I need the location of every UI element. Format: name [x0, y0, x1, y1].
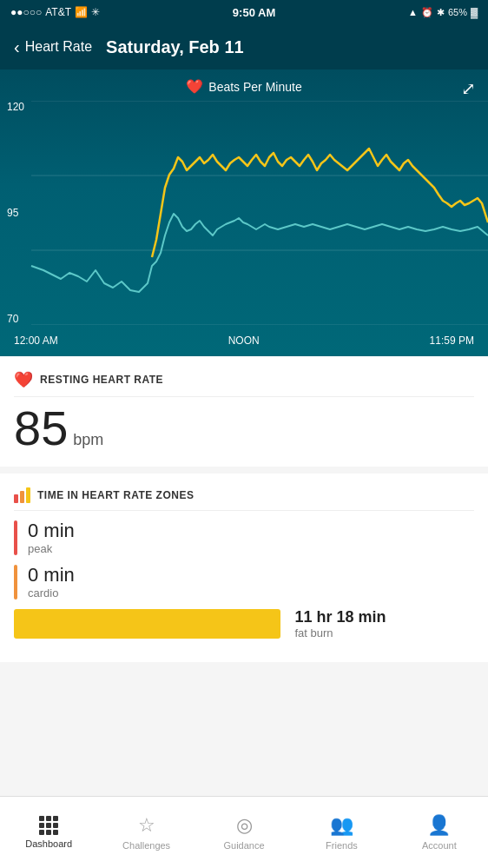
- x-axis-labels: 12:00 AM NOON 11:59 PM: [0, 325, 488, 356]
- fatburn-bar: [14, 609, 280, 639]
- heart-rate-zones-section: TIME IN HEART RATE ZONES 0 min peak 0 mi…: [0, 474, 488, 662]
- resting-bpm-unit: bpm: [73, 431, 103, 449]
- nav-label-friends: Friends: [326, 840, 358, 851]
- guidance-icon: ◎: [236, 814, 253, 837]
- back-label[interactable]: Heart Rate: [25, 39, 92, 55]
- fatburn-info: 11 hr 18 min fat burn: [294, 608, 386, 639]
- expand-icon[interactable]: ⤢: [461, 78, 476, 99]
- back-chevron-icon: ‹: [14, 37, 20, 57]
- location-icon: ▲: [408, 7, 418, 17]
- cardio-value: 0 min: [28, 564, 75, 586]
- x-label-midnight: 12:00 AM: [14, 335, 58, 347]
- peak-value: 0 min: [28, 520, 75, 542]
- resting-heart-rate-section: ❤️ RESTING HEART RATE 85 bpm: [0, 356, 488, 467]
- bottom-navigation: Dashboard ☆ Challenges ◎ Guidance 👥 Frie…: [0, 796, 488, 868]
- heart-rate-svg: [0, 101, 488, 325]
- zone-cardio-row: 0 min cardio: [14, 564, 474, 600]
- peak-indicator: [14, 520, 17, 555]
- resting-bpm-value: 85: [14, 404, 68, 453]
- resting-section-title: RESTING HEART RATE: [40, 374, 163, 386]
- nav-label-challenges: Challenges: [122, 840, 170, 851]
- status-right: ▲ ⏰ ✱ 65% ▓: [408, 7, 478, 18]
- page-header: ‹ Heart Rate Saturday, Feb 11: [0, 24, 488, 70]
- nav-item-account[interactable]: 👤 Account: [391, 814, 488, 851]
- nav-label-dashboard: Dashboard: [25, 838, 72, 849]
- nav-label-guidance: Guidance: [223, 840, 264, 851]
- signal-dots: ●●○○○: [10, 6, 42, 18]
- resting-value-row: 85 bpm: [14, 404, 474, 453]
- resting-section-header: ❤️ RESTING HEART RATE: [14, 370, 474, 397]
- cardio-label: cardio: [28, 586, 75, 600]
- wifi-icon: 📶: [75, 6, 88, 18]
- fatburn-value: 11 hr 18 min: [294, 608, 386, 626]
- zones-bars-icon: [14, 487, 30, 503]
- page-title: Saturday, Feb 11: [106, 37, 244, 57]
- cardio-info: 0 min cardio: [28, 564, 75, 600]
- back-button[interactable]: ‹: [14, 37, 22, 57]
- heart-rate-chart: ❤️ Beats Per Minute ⤢ 120 95 70 12:00 AM…: [0, 70, 488, 356]
- heart-icon: ❤️: [186, 78, 203, 95]
- activity-icon: ✳: [91, 6, 100, 18]
- nav-item-challenges[interactable]: ☆ Challenges: [97, 814, 195, 851]
- status-bar: ●●○○○ AT&T 📶 ✳ 9:50 AM ▲ ⏰ ✱ 65% ▓: [0, 0, 488, 24]
- nav-label-account: Account: [422, 840, 457, 851]
- status-carrier: ●●○○○ AT&T 📶 ✳: [10, 6, 100, 18]
- nav-item-friends[interactable]: 👥 Friends: [293, 814, 390, 851]
- alarm-icon: ⏰: [421, 7, 433, 18]
- bluetooth-icon: ✱: [437, 7, 445, 18]
- zones-section-title: TIME IN HEART RATE ZONES: [37, 489, 194, 501]
- friends-icon: 👥: [330, 814, 353, 837]
- chart-legend-text: Beats Per Minute: [208, 80, 301, 94]
- peak-label: peak: [28, 542, 75, 555]
- status-time: 9:50 AM: [233, 6, 275, 19]
- x-label-noon: NOON: [228, 335, 260, 347]
- fatburn-label: fat burn: [294, 626, 386, 639]
- nav-item-guidance[interactable]: ◎ Guidance: [195, 814, 293, 851]
- zone-fatburn-row: 11 hr 18 min fat burn: [14, 608, 474, 639]
- zone-peak-row: 0 min peak: [14, 520, 474, 555]
- cardio-indicator: [14, 565, 17, 600]
- x-label-evening: 11:59 PM: [430, 335, 474, 347]
- peak-info: 0 min peak: [28, 520, 75, 555]
- dashboard-icon: [39, 816, 58, 835]
- account-icon: 👤: [427, 814, 451, 837]
- zones-section-header: TIME IN HEART RATE ZONES: [14, 487, 474, 511]
- challenges-icon: ☆: [138, 814, 155, 837]
- resting-heart-icon: ❤️: [14, 370, 33, 389]
- battery-icon: ▓: [471, 7, 478, 17]
- nav-item-dashboard[interactable]: Dashboard: [0, 816, 97, 849]
- chart-legend: ❤️ Beats Per Minute: [0, 70, 488, 95]
